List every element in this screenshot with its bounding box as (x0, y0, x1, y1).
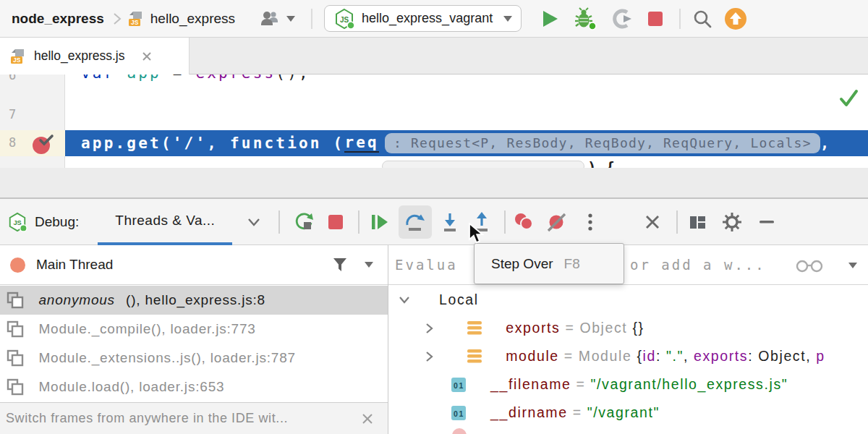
watch-dropdown-arrow-icon[interactable] (848, 263, 857, 268)
nodejs-icon: JS (7, 212, 27, 232)
filter-funnel-icon[interactable] (331, 256, 349, 273)
svg-text:JS: JS (340, 15, 349, 23)
main-toolbar: node_express JS hello_express JS hell (0, 0, 868, 38)
run-button[interactable] (540, 9, 559, 29)
update-button[interactable] (724, 7, 747, 30)
js-file-icon: JS (9, 48, 27, 65)
line-number: 7 (9, 107, 16, 122)
breadcrumb-project[interactable]: node_express (12, 11, 104, 27)
tree-node-module[interactable]: module = Module {id: ".", exports: Objec… (425, 342, 825, 370)
toolbar-separator (278, 210, 280, 234)
next-line-hint-fragment (382, 161, 584, 168)
step-over-button[interactable] (399, 205, 432, 239)
more-options-kebab-icon[interactable] (576, 208, 604, 237)
svg-text:JS: JS (13, 219, 21, 226)
svg-text:JS: JS (13, 56, 21, 64)
thread-dropdown-arrow-icon[interactable] (365, 262, 373, 268)
js-file-icon: JS (127, 10, 145, 27)
next-line-code-fragment: ) { (587, 159, 615, 168)
type-hint-chip: : Request<P, ResBody, ReqBody, ReqQuery,… (385, 133, 820, 153)
thread-name: Main Thread (36, 257, 113, 273)
editor[interactable]: 6 7 8 var app = express(); app.get('/', … (0, 75, 868, 168)
banner-close-icon[interactable] (362, 413, 373, 425)
debug-button[interactable] (574, 7, 598, 30)
minimize-icon[interactable] (753, 208, 780, 237)
editor-tabbar: JS hello_express.js (0, 38, 868, 75)
execution-line[interactable]: app.get('/', function (req: Request<P, R… (65, 130, 868, 156)
frame-row[interactable]: Module._extensions..js(), loader.js:787 (0, 344, 388, 373)
hint-banner: Switch frames from anywhere in the IDE w… (0, 402, 388, 434)
code-line-6: var app = express(); (81, 75, 310, 82)
evaluate-placeholder-right: or add a w... (630, 257, 766, 273)
frame-row[interactable]: Module._compile(), loader.js:773 (0, 315, 388, 344)
line-number: 8 (9, 135, 16, 150)
coverage-button[interactable] (611, 8, 633, 30)
toolbar-separator (679, 9, 681, 29)
close-debug-icon[interactable] (639, 208, 666, 237)
chevron-down-icon[interactable] (247, 217, 261, 227)
breadcrumb-chevron-icon (113, 12, 122, 26)
run-config-arrow-icon (503, 16, 512, 22)
tab-threads-variables[interactable]: Threads & Va... (98, 199, 232, 245)
breakpoint-icon[interactable] (32, 134, 56, 156)
toolbar-separator (358, 210, 359, 234)
run-config-name: hello_express_vagrant (362, 11, 493, 26)
svg-text:JS: JS (131, 19, 139, 26)
stop-debug-button[interactable] (322, 208, 349, 237)
user-icon[interactable] (260, 9, 281, 28)
view-breakpoints-button[interactable] (510, 208, 537, 237)
stop-button[interactable] (647, 11, 663, 27)
tree-node-filename[interactable]: 01 __filename = "/vagrant/hello_express.… (451, 370, 788, 399)
step-into-button[interactable] (436, 208, 464, 237)
frame-row[interactable]: Module.load(), loader.js:653 (0, 373, 388, 401)
tab-hello-express[interactable]: JS hello_express.js (0, 38, 190, 75)
frames-pane: Main Thread anonymous (), hello_express.… (0, 245, 388, 434)
variables-pane: Evalua or add a w... Local exports (388, 245, 868, 434)
tooltip-title: Step Over (491, 256, 553, 272)
editor-debug-splitter[interactable] (0, 168, 868, 199)
search-icon[interactable] (692, 9, 712, 29)
primitive-variable-icon: 01 (451, 372, 481, 434)
breadcrumb-file[interactable]: hello_express (150, 11, 235, 27)
nodejs-icon: JS (333, 8, 355, 30)
tab-close-icon[interactable] (142, 51, 152, 61)
inspections-ok-icon[interactable] (835, 85, 862, 112)
debug-toolbar: JS Debug: Threads & Va... (0, 199, 868, 245)
rerun-button[interactable] (290, 208, 318, 237)
evaluate-expression-field[interactable]: Evalua or add a w... (388, 245, 868, 285)
frame-row-anonymous[interactable]: anonymous (), hello_express.js:8 (0, 286, 388, 315)
thread-header[interactable]: Main Thread (0, 245, 388, 285)
svg-text:01: 01 (454, 409, 464, 417)
tooltip-shortcut: F8 (564, 256, 580, 272)
tree-node-dirname[interactable]: 01 __dirname = "/vagrant" (451, 399, 660, 427)
layout-settings-icon[interactable] (684, 208, 711, 237)
resume-button[interactable] (365, 208, 393, 237)
gear-icon[interactable] (718, 208, 746, 237)
tab-label: hello_express.js (34, 48, 124, 64)
mute-breakpoints-button[interactable] (543, 208, 571, 237)
line-number: 6 (9, 75, 16, 82)
mouse-cursor (468, 223, 487, 244)
toolbar-separator (676, 210, 678, 234)
code-line-8: app.get('/', function ( (81, 135, 344, 152)
step-over-tooltip: Step Over F8 (474, 243, 624, 284)
tree-node-exports[interactable]: exports = Object {} (425, 314, 644, 342)
evaluated-param[interactable]: req (344, 134, 379, 153)
debug-panel-title: Debug: (35, 214, 79, 230)
toolbar-separator (311, 9, 312, 29)
user-dropdown-arrow-icon[interactable] (286, 16, 295, 22)
run-config-select[interactable]: JS hello_express_vagrant (324, 5, 522, 32)
toolbar-separator (504, 210, 506, 234)
watch-glasses-icon[interactable] (795, 260, 825, 273)
